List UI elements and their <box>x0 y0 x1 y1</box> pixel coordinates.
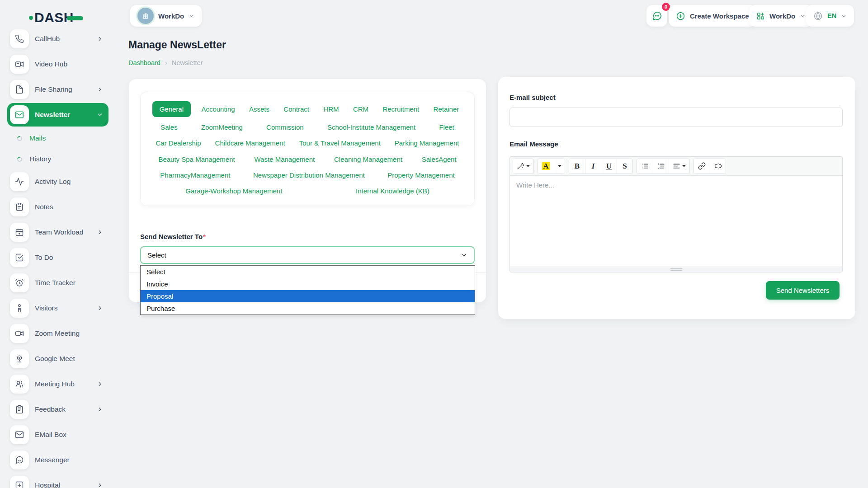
workspace-switcher[interactable]: WorkDo <box>130 5 202 27</box>
module-tab-general[interactable]: General <box>152 101 191 117</box>
unordered-list-button[interactable] <box>637 159 653 174</box>
send-to-dropdown-list: Select Invoice Proposal Purchase <box>140 265 475 315</box>
module-tab[interactable]: Sales <box>157 122 181 133</box>
module-tab[interactable]: Garage-Workshop Management <box>182 185 286 197</box>
chevron-right-icon <box>97 86 103 93</box>
sidebar-subitem-history[interactable]: History <box>7 149 108 169</box>
sidebar-item-newsletter[interactable]: Newsletter <box>7 103 108 127</box>
workspace-menu[interactable]: WorkDo <box>749 5 813 27</box>
module-tab[interactable]: Contract <box>280 103 313 115</box>
caret-down-icon <box>682 165 686 167</box>
module-tab[interactable]: Parking Management <box>391 137 463 149</box>
sidebar-item-zoom-meeting[interactable]: Zoom Meeting <box>7 322 108 345</box>
chevron-right-icon <box>97 381 103 387</box>
users-icon <box>10 375 29 394</box>
module-tab[interactable]: Accounting <box>198 103 238 115</box>
email-message-label: Email Message <box>509 140 558 148</box>
sidebar-item-video-hub[interactable]: Video Hub <box>7 52 108 76</box>
module-tab[interactable]: Internal Knowledge (KB) <box>352 185 433 197</box>
link-group <box>693 159 726 174</box>
sidebar-item-google-meet[interactable]: Google Meet <box>7 347 108 371</box>
font-color-dropdown-button[interactable] <box>554 159 565 174</box>
create-workspace-button[interactable]: Create Workspace <box>669 5 756 27</box>
module-tab[interactable]: Waste Management <box>251 154 319 165</box>
editor-placeholder: Write Here... <box>516 181 554 189</box>
dash-logo[interactable]: DASH <box>29 10 83 25</box>
underline-button[interactable]: U <box>601 159 617 174</box>
sidebar-item-to-do[interactable]: To Do <box>7 246 108 269</box>
breadcrumb-dashboard-link[interactable]: Dashboard <box>128 59 160 66</box>
editor-resize-handle[interactable] <box>510 267 842 272</box>
module-tab[interactable]: Recruitment <box>379 103 423 115</box>
module-tab[interactable]: Commission <box>263 122 307 133</box>
sidebar-item-time-tracker[interactable]: Time Tracker <box>7 271 108 295</box>
messages-button[interactable]: 0 <box>646 5 667 27</box>
module-tab[interactable]: Childcare Management <box>212 137 289 149</box>
italic-button[interactable]: I <box>585 159 601 174</box>
module-tab[interactable]: CRM <box>349 103 372 115</box>
rich-text-editor: A B I U S <box>509 156 843 272</box>
send-newsletters-button[interactable]: Send Newsletters <box>766 281 840 300</box>
dropdown-option-purchase[interactable]: Purchase <box>141 302 475 314</box>
magic-style-button[interactable] <box>513 159 533 174</box>
module-tab[interactable]: Assets <box>245 103 273 115</box>
bold-button[interactable]: B <box>569 159 585 174</box>
clipboard-icon <box>10 400 29 419</box>
sidebar-item-file-sharing[interactable]: File Sharing <box>7 78 108 101</box>
sidebar-item-team-workload[interactable]: Team Workload <box>7 221 108 244</box>
module-tab[interactable]: Beauty Spa Management <box>155 154 238 165</box>
send-newsletter-to-label: Send Newsletter To* <box>140 233 206 240</box>
sidebar-item-meeting-hub[interactable]: Meeting Hub <box>7 372 108 396</box>
language-code: EN <box>827 12 836 19</box>
alarm-clock-icon <box>10 273 29 292</box>
editor-content-area[interactable]: Write Here... <box>510 176 842 267</box>
ordered-list-button[interactable]: 1 2 <box>653 159 669 174</box>
tag-row: General Accounting Assets Contract HRM C… <box>149 101 466 117</box>
font-style-group: B I U S <box>569 159 633 174</box>
sidebar-item-visitors[interactable]: Visitors <box>7 296 108 320</box>
dropdown-option-proposal[interactable]: Proposal <box>141 290 475 302</box>
module-tab[interactable]: Tour & Travel Management <box>296 137 384 149</box>
dropdown-option-select[interactable]: Select <box>141 266 475 278</box>
font-color-button[interactable]: A <box>538 159 554 174</box>
unlink-button[interactable] <box>710 159 726 174</box>
module-tab[interactable]: Retainer <box>430 103 463 115</box>
module-tab[interactable]: PharmacyManagement <box>156 169 234 181</box>
chevron-right-icon <box>97 36 103 42</box>
sidebar-item-notes[interactable]: Notes <box>7 195 108 219</box>
sidebar-item-feedback[interactable]: Feedback <box>7 398 108 421</box>
module-tab[interactable]: Fleet <box>435 122 458 133</box>
chevron-down-icon <box>97 112 103 118</box>
strikethrough-button[interactable]: S <box>617 159 632 174</box>
module-tab[interactable]: Newspaper Distribution Management <box>250 169 368 181</box>
sidebar-item-activity-log[interactable]: Activity Log <box>7 170 108 193</box>
list-group: 1 2 <box>637 159 690 174</box>
sidebar-item-messenger[interactable]: Messenger <box>7 448 108 472</box>
module-tab[interactable]: School-Institute Management <box>324 122 419 133</box>
language-selector[interactable]: EN <box>806 5 854 27</box>
chevron-down-icon <box>461 252 467 258</box>
sidebar-item-email-box[interactable]: EMail Box <box>7 423 108 446</box>
module-tab[interactable]: Car Dealership <box>152 137 205 149</box>
module-tab[interactable]: Cleaning Management <box>330 154 406 165</box>
magic-wand-icon <box>517 162 524 170</box>
sidebar-item-hospital[interactable]: Hospital <box>7 474 108 488</box>
sidebar-item-callhub[interactable]: CallHub <box>7 27 108 51</box>
paragraph-align-button[interactable] <box>669 159 689 174</box>
module-tags-card: General Accounting Assets Contract HRM C… <box>140 92 475 206</box>
plus-square-icon <box>10 476 29 488</box>
module-tab[interactable]: ZoomMeeting <box>198 122 246 133</box>
module-tab[interactable]: Property Management <box>384 169 458 181</box>
module-tab[interactable]: HRM <box>320 103 342 115</box>
email-subject-input[interactable] <box>509 108 843 127</box>
dropdown-option-invoice[interactable]: Invoice <box>141 278 475 290</box>
send-to-select[interactable]: Select <box>140 246 475 264</box>
caret-down-icon <box>558 165 561 167</box>
module-tab[interactable]: SalesAgent <box>418 154 460 165</box>
sidebar-subitem-mails[interactable]: Mails <box>7 128 108 148</box>
chevron-down-icon <box>800 13 806 19</box>
plus-circle-icon <box>676 11 685 21</box>
email-subject-label: E-mail subject <box>509 94 556 101</box>
insert-link-button[interactable] <box>694 159 710 174</box>
select-value: Select <box>147 251 166 259</box>
